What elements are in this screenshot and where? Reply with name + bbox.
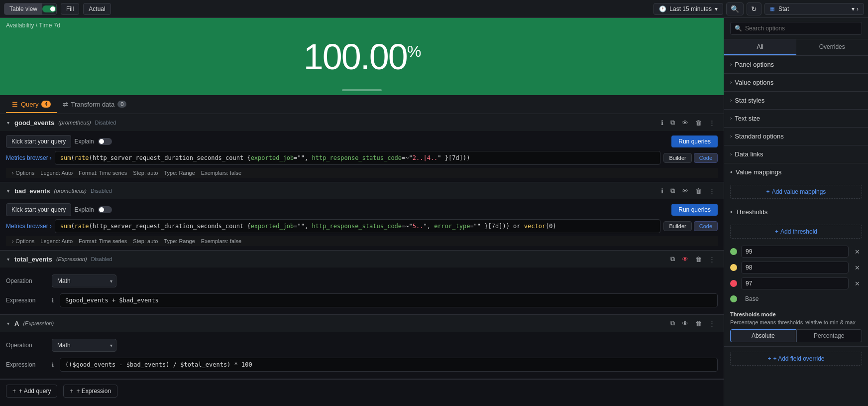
add-field-override-btn[interactable]: + + Add field override	[730, 352, 862, 366]
explain-toggle-good-events[interactable]	[98, 138, 112, 145]
zoom-out-btn[interactable]: 🔍	[726, 2, 744, 15]
kick-start-good-events[interactable]: Kick start your query	[6, 135, 71, 148]
data-links-header[interactable]: › Data links	[724, 145, 868, 163]
add-query-btn[interactable]: + + Add query	[6, 385, 57, 398]
query-menu-a[interactable]: ⋮	[706, 318, 718, 329]
query-duplicate-bad-events[interactable]: ⧉	[668, 185, 677, 196]
overrides-btn[interactable]: Overrides	[796, 39, 868, 55]
operation-select-total[interactable]: Math Reduce Resample	[52, 274, 116, 287]
query-eye-bad-events[interactable]: 👁	[679, 186, 691, 196]
thresholds-header[interactable]: ▾ Thresholds	[724, 203, 868, 221]
threshold-value-98[interactable]	[741, 262, 849, 273]
fill-btn[interactable]: Fill	[61, 3, 79, 15]
query-eye-good-events[interactable]: 👁	[679, 118, 691, 128]
options-toggle-good-events[interactable]: › Options	[12, 170, 34, 176]
threshold-delete-97[interactable]: ✕	[853, 279, 862, 288]
absolute-btn[interactable]: Absolute	[730, 329, 796, 342]
builder-btn-bad-events[interactable]: Builder	[663, 221, 691, 231]
threshold-color-base[interactable]	[730, 295, 737, 302]
add-value-mapping-btn[interactable]: + Add value mappings	[730, 185, 862, 199]
code-btn-bad-events[interactable]: Code	[694, 221, 718, 231]
query-delete-total-events[interactable]: 🗑	[693, 254, 704, 265]
thresholds-chevron: ▾	[729, 211, 734, 213]
code-btn-good-events[interactable]: Code	[694, 153, 718, 163]
time-picker[interactable]: 🕐 Last 15 minutes ▾	[653, 3, 723, 15]
text-size-header[interactable]: › Text size	[724, 110, 868, 127]
table-view-switch[interactable]	[42, 5, 56, 12]
query-menu-good-events[interactable]: ⋮	[706, 118, 718, 128]
stat-styles-label: Stat styles	[735, 97, 764, 104]
chevron-down-icon: ▾	[715, 5, 718, 12]
metrics-browser-bad-events[interactable]: Metrics browser ›	[6, 223, 52, 230]
query-menu-total-events[interactable]: ⋮	[706, 254, 718, 265]
text-size-section: › Text size	[724, 110, 868, 128]
transform-tab-badge: 0	[117, 101, 126, 108]
expression-input-a[interactable]	[60, 358, 718, 372]
expression-input-total[interactable]	[60, 293, 718, 307]
query-delete-bad-events[interactable]: 🗑	[693, 186, 704, 196]
transform-icon: ⇄	[63, 101, 68, 108]
collapse-a[interactable]: ▾	[6, 320, 10, 327]
threshold-color-97[interactable]	[730, 280, 737, 287]
value-options-header[interactable]: › Value options	[724, 74, 868, 91]
query-eye-a[interactable]: 👁	[679, 318, 691, 329]
tab-query[interactable]: ☰ Query 4	[6, 97, 57, 113]
builder-btn-good-events[interactable]: Builder	[663, 153, 691, 163]
query-delete-a[interactable]: 🗑	[693, 318, 704, 329]
all-btn[interactable]: All	[724, 39, 796, 55]
stat-selector[interactable]: ▦ Stat ▾ ›	[764, 3, 864, 15]
query-source-good-events: (prometheus)	[58, 120, 91, 126]
tab-transform[interactable]: ⇄ Transform data 0	[57, 97, 133, 113]
panel-options-header[interactable]: › Panel options	[724, 56, 868, 73]
threshold-value-99[interactable]	[741, 246, 849, 258]
query-delete-good-events[interactable]: 🗑	[693, 118, 704, 128]
threshold-color-98[interactable]	[730, 264, 737, 271]
explain-toggle-bad-events[interactable]	[98, 206, 112, 213]
collapse-total-events[interactable]: ▾	[6, 256, 10, 263]
query-duplicate-good-events[interactable]: ⧉	[668, 117, 677, 128]
add-threshold-btn[interactable]: + Add threshold	[730, 225, 862, 239]
query-code-good-events[interactable]: sum(rate(http_server_request_duration_se…	[55, 151, 661, 165]
expression-info-total[interactable]: ℹ	[52, 297, 54, 304]
metrics-browser-good-events[interactable]: Metrics browser ›	[6, 154, 52, 161]
standard-options-header[interactable]: › Standard options	[724, 128, 868, 145]
operation-select-a[interactable]: Math Reduce Resample	[52, 339, 116, 352]
threshold-color-99[interactable]	[730, 248, 737, 255]
kick-start-bad-events[interactable]: Kick start your query	[6, 203, 71, 216]
search-input[interactable]	[745, 25, 858, 32]
query-eye-total-events[interactable]: 👁	[679, 254, 691, 265]
value-mappings-header[interactable]: ▾ Value mappings	[724, 163, 868, 181]
search-options-header: 🔍	[724, 18, 868, 39]
percentage-btn[interactable]: Percentage	[796, 329, 863, 342]
expression-info-a[interactable]: ℹ	[52, 362, 54, 368]
threshold-value-97[interactable]	[741, 277, 849, 289]
actual-btn[interactable]: Actual	[83, 3, 110, 15]
query-duplicate-a[interactable]: ⧉	[668, 318, 677, 329]
threshold-delete-99[interactable]: ✕	[853, 247, 862, 257]
run-queries-bad-events[interactable]: Run queries	[671, 204, 718, 216]
threshold-item-99: ✕	[730, 244, 862, 260]
table-view-toggle[interactable]: Table view	[4, 3, 57, 15]
threshold-delete-98[interactable]: ✕	[853, 263, 862, 272]
query-name-bad-events: bad_events	[14, 187, 50, 195]
query-menu-bad-events[interactable]: ⋮	[706, 186, 718, 196]
run-queries-good-events[interactable]: Run queries	[671, 135, 718, 147]
operation-label-total: Operation	[6, 277, 46, 284]
value-mappings-section: ▾ Value mappings + Add value mappings	[724, 163, 868, 203]
text-size-label: Text size	[735, 115, 760, 122]
collapse-bad-events[interactable]: ▾	[6, 187, 10, 195]
options-toggle-bad-events[interactable]: › Options	[12, 238, 34, 244]
query-code-bad-events[interactable]: sum(rate(http_server_request_duration_se…	[55, 219, 661, 233]
collapse-good-events[interactable]: ▾	[6, 119, 10, 127]
explain-label-good-events: Explain	[74, 138, 94, 145]
add-expression-btn[interactable]: + + Expression	[63, 385, 117, 398]
query-duplicate-total-events[interactable]: ⧉	[668, 254, 677, 265]
table-view-btn[interactable]: Table view	[4, 3, 42, 14]
preview-scrollbar[interactable]	[342, 89, 382, 91]
type-good-events: Type: Range	[164, 170, 195, 176]
query-info-good-events[interactable]: ℹ	[658, 118, 666, 128]
search-input-wrap[interactable]: 🔍	[730, 22, 862, 35]
stat-styles-header[interactable]: › Stat styles	[724, 92, 868, 109]
query-info-bad-events[interactable]: ℹ	[658, 186, 666, 196]
refresh-btn[interactable]: ↻	[747, 2, 761, 15]
